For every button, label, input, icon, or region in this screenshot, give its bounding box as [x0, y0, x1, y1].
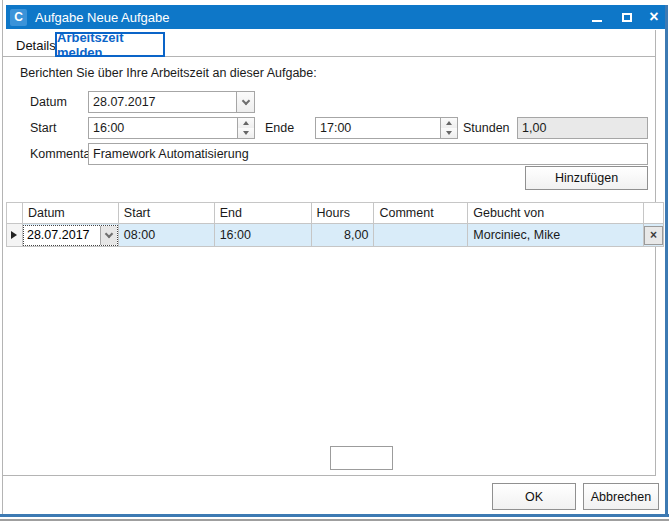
datum-combobox[interactable]: [88, 91, 255, 113]
row-start-cell[interactable]: 08:00: [119, 224, 215, 246]
grid-header-selector: [7, 203, 23, 223]
window-title: Aufgabe Neue Aufgabe: [35, 10, 169, 25]
start-spinedit[interactable]: [88, 117, 255, 139]
window-border-right: [665, 5, 668, 517]
datum-dropdown-button[interactable]: [236, 92, 254, 112]
ende-spinedit[interactable]: [315, 117, 458, 139]
spin-up-icon[interactable]: [441, 118, 457, 128]
row-hours-cell[interactable]: 8,00: [312, 224, 375, 246]
row-end-cell[interactable]: 16:00: [215, 224, 312, 246]
row-datum-cell[interactable]: [23, 224, 119, 246]
grid-header-start[interactable]: Start: [119, 203, 215, 223]
abbrechen-button[interactable]: Abbrechen: [583, 483, 659, 510]
grid-header-datum[interactable]: Datum: [23, 203, 119, 223]
start-spinner[interactable]: [237, 118, 254, 138]
grid-header-end[interactable]: End: [215, 203, 312, 223]
window-border-bottom: [0, 514, 669, 517]
maximize-icon: [622, 13, 632, 22]
row-datum-editor[interactable]: [23, 225, 118, 246]
grid-header-comment[interactable]: Comment: [374, 203, 468, 223]
chevron-down-icon: [241, 96, 249, 104]
footer-edit-box[interactable]: [330, 446, 393, 470]
tab-details-label: Details: [16, 38, 56, 53]
close-icon: ×: [649, 9, 658, 25]
dialog-window: C Aufgabe Neue Aufgabe × Details Arbeits…: [0, 0, 669, 522]
table-row[interactable]: 08:00 16:00 8,00 Morciniec, Mike ×: [6, 224, 664, 247]
ok-button-label: OK: [525, 490, 543, 504]
start-input[interactable]: [89, 118, 237, 138]
window-border-left: [2, 0, 3, 514]
titlebar[interactable]: C Aufgabe Neue Aufgabe: [6, 5, 665, 29]
hinzufuegen-button[interactable]: Hinzufügen: [525, 166, 648, 190]
window-shadow-bottom: [0, 519, 669, 521]
tab-arbeitszeit-label: Arbeitszeit melden: [57, 30, 163, 60]
ende-label: Ende: [265, 121, 294, 135]
kommentar-label: Kommentar: [30, 147, 95, 161]
chevron-down-icon: [105, 229, 113, 237]
content-border-right: [655, 30, 656, 476]
stunden-field: [517, 117, 648, 139]
spin-down-icon[interactable]: [238, 128, 254, 138]
tab-arbeitszeit-melden[interactable]: Arbeitszeit melden: [55, 32, 165, 57]
row-datum-dropdown-button[interactable]: [100, 226, 117, 245]
datum-label: Datum: [30, 95, 67, 109]
stunden-value: [518, 118, 647, 138]
intro-text: Berichten Sie über Ihre Arbeitszeit an d…: [20, 66, 317, 80]
hinzufuegen-button-label: Hinzufügen: [555, 171, 618, 185]
row-datum-input[interactable]: [24, 226, 100, 245]
minimize-button[interactable]: [583, 5, 611, 29]
row-comment-cell[interactable]: [374, 224, 468, 246]
worktime-grid: Datum Start End Hours Comment Gebucht vo…: [6, 202, 664, 247]
ende-spinner[interactable]: [440, 118, 457, 138]
spin-up-icon[interactable]: [238, 118, 254, 128]
kommentar-input[interactable]: [89, 144, 647, 164]
maximize-button[interactable]: [613, 5, 641, 29]
delete-row-button[interactable]: ×: [644, 226, 663, 245]
ok-button[interactable]: OK: [492, 483, 576, 510]
grid-header-actions: [644, 203, 664, 223]
row-actions-cell: ×: [644, 224, 664, 246]
close-button[interactable]: ×: [641, 5, 667, 29]
minimize-icon: [592, 20, 602, 22]
grid-header-hours[interactable]: Hours: [312, 203, 375, 223]
abbrechen-button-label: Abbrechen: [591, 490, 651, 504]
datum-input[interactable]: [89, 92, 236, 112]
row-indicator-icon: [11, 231, 17, 239]
spin-down-icon[interactable]: [441, 128, 457, 138]
ende-input[interactable]: [316, 118, 440, 138]
stunden-label: Stunden: [463, 121, 510, 135]
grid-header-gebucht-von[interactable]: Gebucht von: [468, 203, 644, 223]
delete-icon: ×: [650, 228, 657, 242]
row-selector-cell: [7, 224, 23, 246]
app-icon: C: [10, 9, 27, 26]
start-label: Start: [30, 121, 56, 135]
kommentar-field[interactable]: [88, 143, 648, 165]
row-gebucht-von-cell[interactable]: Morciniec, Mike: [468, 224, 644, 246]
grid-header-row: Datum Start End Hours Comment Gebucht vo…: [6, 202, 664, 224]
tab-page-bottom-border: [2, 475, 656, 476]
